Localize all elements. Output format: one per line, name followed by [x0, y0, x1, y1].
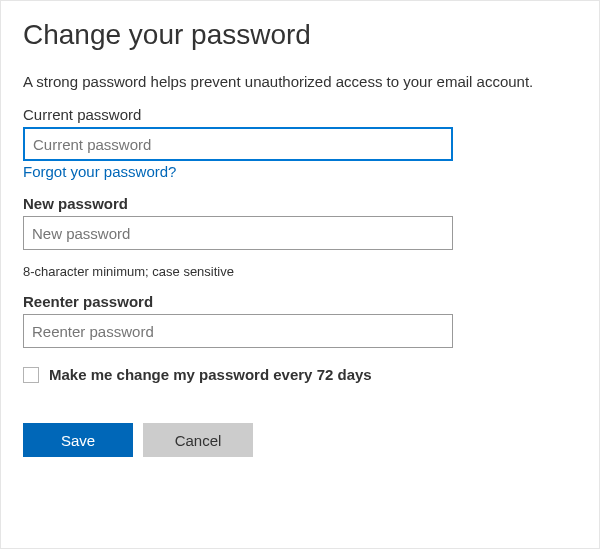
page-title: Change your password — [23, 19, 577, 51]
new-password-label: New password — [23, 195, 577, 212]
reenter-password-group: Reenter password — [23, 293, 577, 348]
new-password-group: New password — [23, 195, 577, 250]
forgot-password-link[interactable]: Forgot your password? — [23, 163, 176, 180]
current-password-input[interactable] — [23, 127, 453, 161]
reenter-password-label: Reenter password — [23, 293, 577, 310]
save-button[interactable]: Save — [23, 423, 133, 457]
button-row: Save Cancel — [23, 423, 577, 457]
password-hint: 8-character minimum; case sensitive — [23, 264, 577, 279]
cancel-button[interactable]: Cancel — [143, 423, 253, 457]
rotate-password-label: Make me change my password every 72 days — [49, 366, 372, 383]
helper-text: A strong password helps prevent unauthor… — [23, 73, 577, 90]
current-password-group: Current password Forgot your password? — [23, 106, 577, 181]
rotate-password-row: Make me change my password every 72 days — [23, 366, 577, 383]
new-password-input[interactable] — [23, 216, 453, 250]
current-password-label: Current password — [23, 106, 577, 123]
rotate-password-checkbox[interactable] — [23, 367, 39, 383]
reenter-password-input[interactable] — [23, 314, 453, 348]
